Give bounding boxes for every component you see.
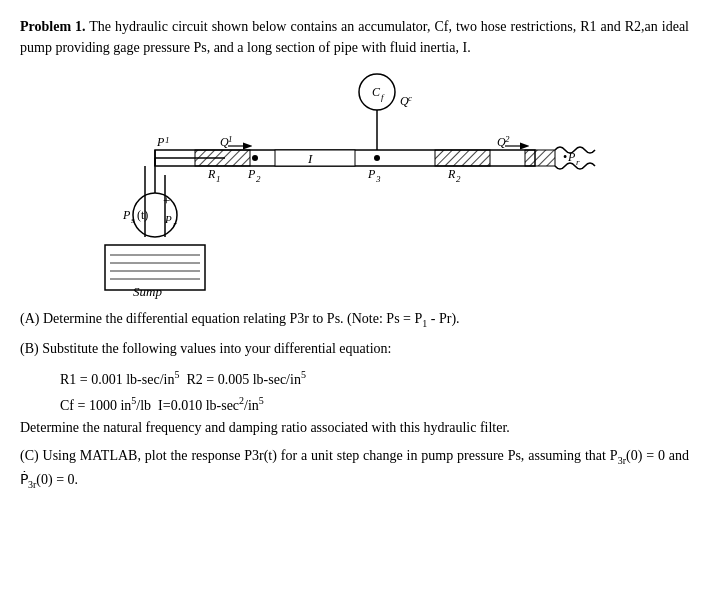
svg-text:P: P (122, 208, 131, 222)
svg-rect-18 (275, 150, 355, 166)
svg-text:r: r (576, 157, 580, 167)
svg-rect-17 (195, 150, 250, 166)
svg-text:f: f (381, 92, 385, 102)
part-c-label: (C) (20, 448, 39, 463)
svg-text:I: I (307, 151, 313, 166)
svg-text:2: 2 (505, 134, 510, 144)
part-a: (A) Determine the differential equation … (20, 308, 689, 332)
part-b-r1-r2: R1 = 0.001 lb-sec/in5 R2 = 0.005 lb-sec/… (60, 366, 689, 391)
svg-point-27 (252, 155, 258, 161)
svg-text:1: 1 (165, 135, 170, 145)
part-a-label: (A) (20, 311, 39, 326)
part-c: (C) Using MATLAB, plot the response P3r(… (20, 445, 689, 493)
problem-title: Problem 1. (20, 19, 86, 34)
svg-text:1: 1 (228, 134, 233, 144)
part-a-text: Determine the differential equation rela… (43, 311, 460, 326)
part-b-cf-i: Cf = 1000 in5/lb I=0.010 lb-sec2/in5 (60, 392, 689, 417)
problem-statement: Problem 1. The hydraulic circuit shown b… (20, 16, 689, 58)
part-b-label: (B) (20, 341, 39, 356)
part-b-determine-text: Determine the natural frequency and damp… (20, 420, 510, 435)
svg-text:c: c (408, 93, 412, 103)
part-b-values: R1 = 0.001 lb-sec/in5 R2 = 0.005 lb-sec/… (60, 366, 689, 417)
svg-text:C: C (372, 85, 381, 99)
part-b-determine: Determine the natural frequency and damp… (20, 417, 689, 439)
hydraulic-circuit-svg: Sump P s (t) + P r I P 1 P 2 (65, 70, 645, 300)
part-b: (B) Substitute the following values into… (20, 338, 689, 360)
svg-text:r: r (173, 219, 177, 229)
svg-text:s: s (131, 215, 135, 225)
svg-text:2: 2 (456, 174, 461, 184)
svg-text:+: + (163, 193, 170, 208)
svg-text:3: 3 (375, 174, 381, 184)
part-b-intro: Substitute the following values into you… (42, 341, 391, 356)
svg-text:(t): (t) (137, 208, 148, 222)
svg-text:P: P (367, 167, 376, 181)
problem-text: The hydraulic circuit shown below contai… (20, 19, 689, 55)
svg-text:P: P (156, 135, 165, 149)
circuit-diagram: Sump P s (t) + P r I P 1 P 2 (20, 70, 689, 300)
svg-text:P: P (247, 167, 256, 181)
svg-text:R: R (447, 167, 456, 181)
svg-rect-41 (525, 150, 555, 166)
part-c-text: Using MATLAB, plot the response P3r(t) f… (20, 448, 689, 487)
svg-text:Sump: Sump (133, 284, 162, 299)
svg-text:1: 1 (216, 174, 221, 184)
svg-rect-20 (435, 150, 490, 166)
svg-text:2: 2 (256, 174, 261, 184)
svg-text:R: R (207, 167, 216, 181)
svg-point-28 (374, 155, 380, 161)
